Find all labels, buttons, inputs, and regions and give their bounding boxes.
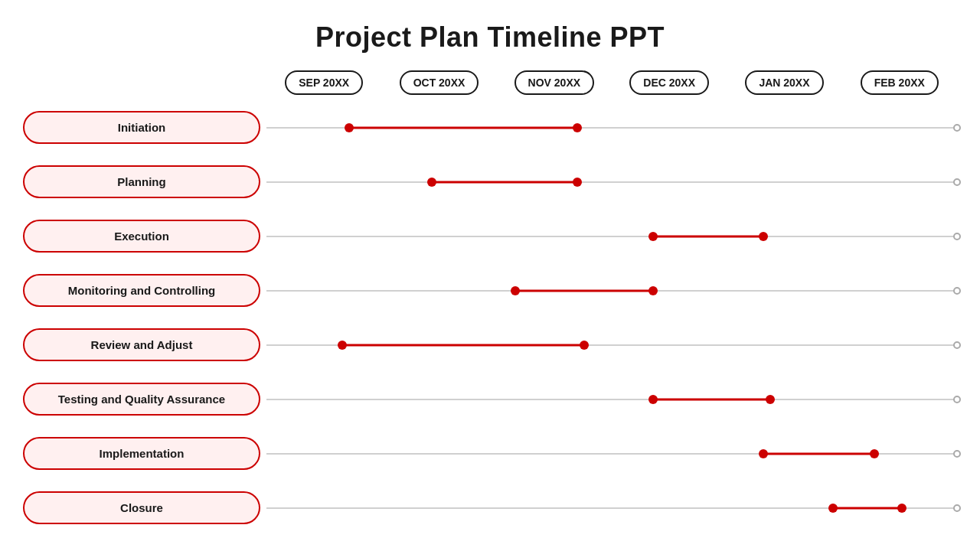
row-label-2: Execution	[23, 220, 266, 253]
start-dot-1	[427, 178, 436, 187]
track-end-dot-1	[953, 178, 961, 186]
row-track-7	[266, 483, 957, 533]
label-pill-3: Monitoring and Controlling	[23, 274, 260, 308]
track-line-5	[266, 399, 957, 400]
row-label-0: Initiation	[23, 111, 266, 145]
row-label-1: Planning	[23, 165, 266, 199]
row-label-6: Implementation	[23, 437, 266, 471]
month-label-3: DEC 20XX	[612, 70, 727, 95]
gantt-rows: InitiationPlanningExecutionMonitoring an…	[23, 103, 957, 537]
end-dot-6	[870, 449, 879, 458]
month-label-1: OCT 20XX	[381, 70, 496, 95]
row-track-5	[266, 374, 957, 424]
start-dot-5	[648, 395, 658, 404]
row-track-2	[266, 211, 957, 261]
row-track-0	[266, 103, 957, 152]
end-dot-1	[573, 178, 582, 187]
track-end-dot-6	[953, 450, 961, 458]
month-badge-3: DEC 20XX	[629, 70, 709, 95]
end-dot-5	[766, 395, 775, 404]
row-track-3	[266, 266, 957, 315]
gantt-row-5: Testing and Quality Assurance	[23, 374, 957, 424]
red-bar-6	[763, 452, 874, 455]
month-label-0: SEP 20XX	[266, 70, 381, 95]
start-dot-7	[828, 504, 838, 513]
track-end-dot-5	[953, 396, 961, 403]
end-dot-4	[580, 341, 589, 350]
track-line-1	[266, 181, 957, 183]
page-title: Project Plan Timeline PPT	[315, 21, 665, 54]
end-dot-7	[897, 504, 906, 513]
end-dot-3	[648, 286, 658, 295]
gantt-row-1: Planning	[23, 157, 957, 207]
gantt-row-7: Closure	[23, 483, 957, 533]
month-row: SEP 20XXOCT 20XXNOV 20XXDEC 20XXJAN 20XX…	[266, 70, 957, 95]
red-bar-5	[653, 398, 770, 400]
gantt-row-6: Implementation	[23, 429, 957, 478]
month-badge-5: FEB 20XX	[861, 70, 939, 95]
month-label-5: FEB 20XX	[842, 70, 957, 95]
month-badge-0: SEP 20XX	[285, 70, 363, 95]
month-label-4: JAN 20XX	[727, 70, 841, 95]
row-label-3: Monitoring and Controlling	[23, 274, 266, 308]
row-label-7: Closure	[23, 491, 266, 525]
month-badge-4: JAN 20XX	[745, 70, 823, 95]
label-pill-2: Execution	[23, 220, 260, 253]
row-track-1	[266, 157, 957, 207]
month-label-2: NOV 20XX	[497, 70, 612, 95]
gantt-row-2: Execution	[23, 211, 957, 261]
label-pill-7: Closure	[23, 491, 260, 525]
track-end-dot-0	[953, 124, 961, 132]
start-dot-3	[511, 286, 520, 295]
month-badge-2: NOV 20XX	[514, 70, 594, 95]
start-dot-4	[338, 341, 347, 350]
red-bar-7	[833, 507, 902, 509]
track-end-dot-7	[953, 504, 961, 512]
gantt-row-0: Initiation	[23, 103, 957, 152]
red-bar-0	[349, 126, 577, 129]
start-dot-6	[759, 449, 768, 458]
track-line-2	[266, 236, 957, 237]
gantt-row-4: Review and Adjust	[23, 320, 957, 370]
start-dot-2	[648, 232, 658, 241]
track-end-dot-4	[953, 341, 961, 349]
label-pill-5: Testing and Quality Assurance	[23, 383, 260, 416]
red-bar-3	[515, 289, 653, 292]
end-dot-2	[759, 232, 768, 241]
row-track-4	[266, 320, 957, 370]
row-label-4: Review and Adjust	[23, 328, 266, 362]
end-dot-0	[573, 123, 582, 132]
label-pill-6: Implementation	[23, 437, 260, 471]
label-pill-0: Initiation	[23, 111, 260, 145]
row-track-6	[266, 429, 957, 478]
month-badge-1: OCT 20XX	[400, 70, 479, 95]
track-end-dot-2	[953, 233, 961, 240]
label-pill-4: Review and Adjust	[23, 328, 260, 362]
label-pill-1: Planning	[23, 165, 260, 199]
track-end-dot-3	[953, 287, 961, 295]
red-bar-4	[342, 344, 584, 346]
red-bar-1	[432, 181, 577, 183]
start-dot-0	[345, 123, 354, 132]
chart-container: SEP 20XXOCT 20XXNOV 20XXDEC 20XXJAN 20XX…	[23, 70, 957, 537]
gantt-row-3: Monitoring and Controlling	[23, 266, 957, 315]
red-bar-2	[653, 235, 763, 237]
row-label-5: Testing and Quality Assurance	[23, 383, 266, 416]
